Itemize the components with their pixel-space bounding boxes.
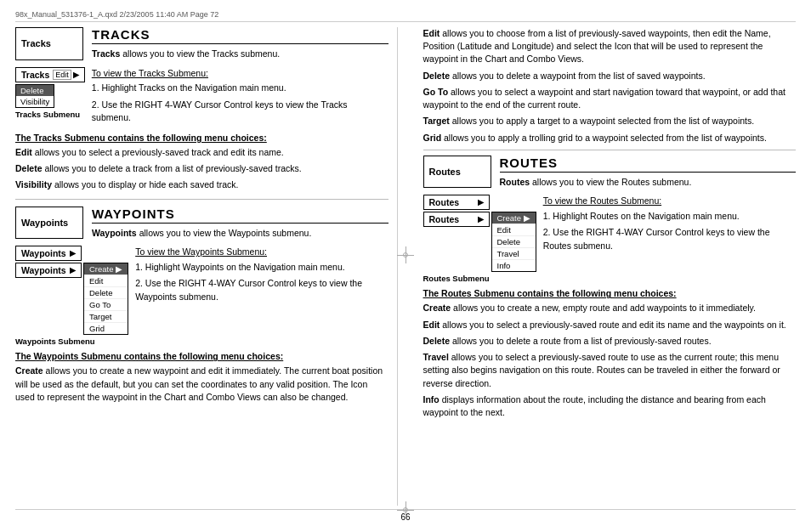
- right-divider: [423, 150, 797, 150]
- waypoints-grid-body: Grid allows you to apply a trolling grid…: [423, 132, 797, 144]
- waypoints-right-section: Edit allows you to choose from a list of…: [423, 27, 797, 144]
- tracks-sub-row: Delete Visibility: [15, 84, 54, 108]
- tracks-nav-right: To view the Tracks Submenu: 1. Highlight…: [85, 67, 388, 127]
- waypoints-goto-body: Go To allows you to select a waypoint an…: [423, 86, 797, 111]
- routes-submenu-heading: The Routes Submenu contains the followin…: [423, 288, 797, 298]
- waypoints-submenu-section: The Waypoints Submenu contains the follo…: [15, 351, 388, 404]
- routes-sub-info: Info: [492, 260, 536, 271]
- file-info-bar: 98x_Manual_531376-1_A.qxd 2/23/2005 11:4…: [15, 10, 796, 22]
- routes-to-view-heading: To view the Routes Submenu:: [543, 195, 796, 207]
- waypoints-label-box: Waypoints: [15, 207, 83, 240]
- tracks-nav-diagram: Tracks Edit ▶ Delete Visibility Tracks S…: [15, 67, 388, 127]
- tracks-submenu-section: The Tracks Submenu contains the followin…: [15, 133, 388, 192]
- waypoints-outer-label: Waypoints: [21, 248, 66, 258]
- routes-label-box: Routes: [423, 156, 491, 189]
- tracks-step2: 2. Use the RIGHT 4-WAY Cursor Control ke…: [92, 99, 388, 124]
- tracks-edit-body: Edit allows you to select a previously-s…: [15, 146, 388, 159]
- right-column: Edit allows you to choose from a list of…: [415, 27, 797, 506]
- tracks-main-box: Tracks Edit ▶: [15, 67, 85, 82]
- routes-section-desc: Routes allows you to view the Routes sub…: [500, 176, 797, 189]
- routes-edit-body: Edit allows you to select a previously-s…: [423, 319, 797, 331]
- waypoints-label: Waypoints: [21, 218, 68, 228]
- waypoints-section-desc: Waypoints allows you to view the Waypoin…: [92, 227, 388, 240]
- page-number: 66: [400, 512, 410, 522]
- routes-sub-edit: Edit: [492, 224, 536, 236]
- tracks-sub-items: Delete Visibility: [15, 84, 54, 108]
- left-column: Tracks TRACKS Tracks allows you to view …: [15, 27, 398, 506]
- tracks-label: Tracks: [21, 38, 51, 48]
- tracks-main-label: Tracks: [21, 70, 49, 80]
- routes-diagram-left: Routes ▶ Routes ▶ Create ▶ Edit Delete T…: [423, 195, 536, 283]
- routes-main-label: Routes: [429, 214, 460, 224]
- waypoints-title: WAYPOINTS: [92, 207, 388, 224]
- routes-sub-label: Routes Submenu: [423, 274, 490, 283]
- waypoints-to-view-heading: To view the Waypoints Submenu:: [135, 246, 388, 258]
- routes-section-box: Routes ROUTES Routes allows you to view …: [423, 156, 797, 189]
- waypoints-main-box: Waypoints ▶: [15, 263, 82, 278]
- tracks-edit-inline: Edit: [53, 70, 71, 80]
- waypoints-section-box: Waypoints WAYPOINTS Waypoints allows you…: [15, 207, 388, 240]
- waypoints-submenu-heading: The Waypoints Submenu contains the follo…: [15, 351, 388, 361]
- routes-outer-label: Routes: [429, 197, 460, 207]
- routes-nav-diagram: Routes ▶ Routes ▶ Create ▶ Edit Delete T…: [423, 195, 797, 283]
- routes-sub-delete: Delete: [492, 236, 536, 248]
- tracks-visibility-body: Visibility allows you to display or hide…: [15, 178, 388, 191]
- waypoints-sub-items: Create ▶ Edit Delete Go To Target Grid: [83, 263, 128, 335]
- tracks-sub-label: Tracks Submenu: [15, 110, 80, 119]
- routes-title-area: ROUTES Routes allows you to view the Rou…: [491, 156, 797, 189]
- tracks-arrow: ▶: [73, 71, 79, 79]
- routes-delete-body: Delete allows you to delete a route from…: [423, 335, 797, 348]
- waypoints-diagram-left: Waypoints ▶ Waypoints ▶ Create ▶ Edit De…: [15, 246, 128, 346]
- wp-sub-create: Create ▶: [84, 263, 128, 275]
- routes-sub-travel: Travel: [492, 248, 536, 260]
- waypoints-delete-body-right: Delete allows you to delete a waypoint f…: [423, 70, 797, 82]
- waypoints-target-body: Target allows you to apply a target to a…: [423, 115, 797, 127]
- waypoints-create-body: Create allows you to create a new waypoi…: [15, 365, 388, 404]
- waypoints-sub-label: Waypoints Submenu: [15, 337, 95, 346]
- file-info-text: 98x_Manual_531376-1_A.qxd 2/23/2005 11:4…: [15, 10, 218, 19]
- tracks-to-view-heading: To view the Tracks Submenu:: [92, 67, 388, 80]
- routes-step1: 1. Highlight Routes on the Navigation ma…: [543, 210, 796, 223]
- tracks-desc-text: allows you to view the Tracks submenu.: [122, 48, 280, 59]
- routes-title: ROUTES: [500, 156, 797, 173]
- waypoints-outer-arrow: ▶: [70, 249, 76, 258]
- tracks-sub-item-delete: Delete: [16, 85, 54, 96]
- routes-info-body: Info displays information about the rout…: [423, 393, 797, 419]
- wp-sub-edit: Edit: [84, 275, 128, 287]
- tracks-title-area: TRACKS Tracks allows you to view the Tra…: [83, 27, 388, 60]
- tracks-section-desc: Tracks allows you to view the Tracks sub…: [92, 48, 388, 60]
- waypoints-main-label: Waypoints: [21, 265, 66, 275]
- tracks-waypoints-divider: [15, 199, 388, 200]
- routes-submenu-section: The Routes Submenu contains the followin…: [423, 288, 797, 419]
- waypoints-step1: 1. Highlight Waypoints on the Navigation…: [135, 261, 388, 274]
- main-content: Tracks TRACKS Tracks allows you to view …: [15, 27, 796, 506]
- tracks-step1: 1. Highlight Tracks on the Navigation ma…: [92, 82, 388, 94]
- tracks-sub-item-visibility: Visibility: [16, 96, 54, 107]
- waypoints-nav-right: To view the Waypoints Submenu: 1. Highli…: [135, 246, 388, 306]
- wp-sub-grid: Grid: [84, 323, 128, 334]
- waypoints-main-arrow: ▶: [70, 266, 76, 274]
- tracks-section-box: Tracks TRACKS Tracks allows you to view …: [15, 27, 388, 60]
- tracks-title: TRACKS: [92, 27, 388, 44]
- waypoints-outer-box: Waypoints ▶: [15, 246, 82, 261]
- wp-sub-delete: Delete: [84, 287, 128, 299]
- page: 98x_Manual_531376-1_A.qxd 2/23/2005 11:4…: [0, 0, 811, 532]
- routes-submenu-row: Routes ▶ Create ▶ Edit Delete Travel Inf…: [423, 212, 536, 272]
- routes-create-body: Create allows you to create a new, empty…: [423, 302, 797, 314]
- tracks-label-box: Tracks: [15, 27, 83, 60]
- routes-nav-right: To view the Routes Submenu: 1. Highlight…: [543, 195, 796, 255]
- routes-outer-box: Routes ▶: [423, 195, 490, 210]
- routes-sub-items: Create ▶ Edit Delete Travel Info: [491, 212, 536, 272]
- tracks-diagram-left: Tracks Edit ▶ Delete Visibility Tracks S…: [15, 67, 85, 119]
- waypoints-step2: 2. Use the RIGHT 4-WAY Cursor Control ke…: [135, 277, 388, 303]
- wp-sub-goto: Go To: [84, 299, 128, 311]
- routes-step2: 2. Use the RIGHT 4-WAY Cursor Control ke…: [543, 226, 796, 252]
- routes-sub-create: Create ▶: [492, 212, 536, 224]
- waypoints-nav-diagram: Waypoints ▶ Waypoints ▶ Create ▶ Edit De…: [15, 246, 388, 346]
- waypoints-edit-body-right: Edit allows you to choose from a list of…: [423, 27, 797, 66]
- tracks-submenu-heading: The Tracks Submenu contains the followin…: [15, 133, 388, 143]
- routes-main-inner-box: Routes ▶: [423, 212, 490, 227]
- wp-sub-target: Target: [84, 311, 128, 323]
- routes-main-arrow: ▶: [478, 215, 484, 224]
- tracks-delete-body: Delete allows you to delete a track from…: [15, 162, 388, 175]
